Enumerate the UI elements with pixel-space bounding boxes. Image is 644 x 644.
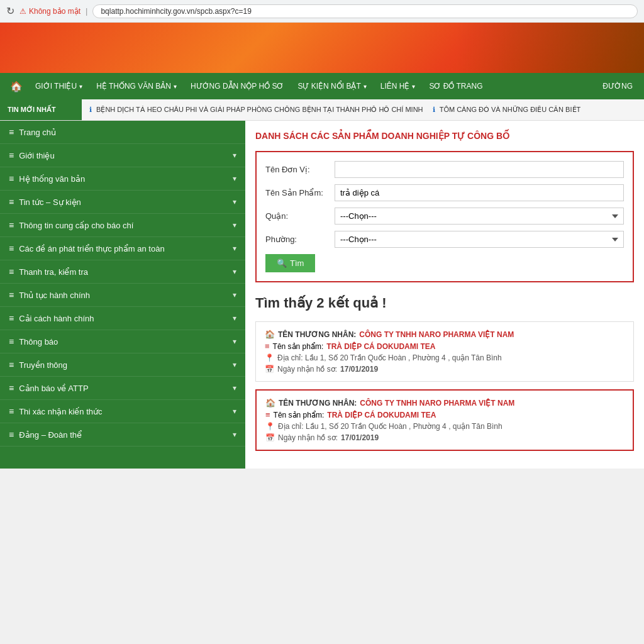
sidebar-label: Tin tức – Sự kiện <box>19 197 81 207</box>
don-vi-input[interactable] <box>335 161 624 178</box>
sidebar-item-thi-kien-thuc[interactable]: ≡ Thi xác nhận kiến thức ▾ <box>0 400 245 423</box>
product-name-1: TRÀ DIỆP CÁ DOKUDAMI TEA <box>326 342 435 351</box>
chevron-right-icon: ▾ <box>233 314 236 323</box>
house-icon-2: 🏠 <box>265 398 275 408</box>
nav-item-su-kien[interactable]: SỰ KIỆN NỔI BẬT ▾ <box>291 78 372 94</box>
san-pham-input[interactable] <box>335 184 624 201</box>
sidebar: ≡ Trang chủ ≡ Giới thiệu ▾ ≡ Hệ thống vă… <box>0 121 245 469</box>
sidebar-label: Hệ thống văn bản <box>19 174 85 184</box>
nav-label: GIỚI THIỆU <box>35 82 77 91</box>
sidebar-item-trang-chu[interactable]: ≡ Trang chủ <box>0 121 245 144</box>
list-icon: ≡ <box>9 406 14 416</box>
nav-item-so-do-trang[interactable]: SƠ ĐỒ TRANG <box>423 78 489 94</box>
sidebar-label: Trang chủ <box>19 128 56 137</box>
search-form: Tên Đơn Vị: Tên Sản Phẩm: Quận: ---Chọn-… <box>255 151 634 282</box>
address-text-1: Địa chỉ: Lầu 1, Số 20 Trần Quốc Hoàn , P… <box>277 353 502 362</box>
chevron-right-icon: ▾ <box>233 151 236 160</box>
security-warning: ⚠ Không bảo mật <box>19 7 80 16</box>
label-don-vi: Tên Đơn Vị: <box>265 165 335 174</box>
sidebar-label: Cải cách hành chính <box>19 314 94 323</box>
form-row-san-pham: Tên Sản Phẩm: <box>265 184 624 201</box>
sidebar-item-thong-bao[interactable]: ≡ Thông báo ▾ <box>0 330 245 353</box>
chevron-right-icon: ▾ <box>233 197 236 206</box>
nav-right-item[interactable]: ĐƯỜNG <box>596 78 639 94</box>
sidebar-label: Thông báo <box>19 337 58 347</box>
sidebar-item-canh-bao[interactable]: ≡ Cảnh báo về ATTP ▾ <box>0 377 245 400</box>
chevron-down-icon: ▾ <box>364 83 367 90</box>
sidebar-item-dang-doan[interactable]: ≡ Đảng – Đoàn thể ▾ <box>0 423 245 447</box>
address-text-2: Địa chỉ: Lầu 1, Số 20 Trần Quốc Hoàn , P… <box>278 422 502 431</box>
page-wrapper: 🏠 GIỚI THIỆU ▾ HỆ THỐNG VĂN BẢN ▾ HƯỚNG … <box>0 23 644 469</box>
list-icon: ≡ <box>9 290 14 300</box>
list-icon: ≡ <box>9 430 14 440</box>
nav-label: HƯỚNG DẪN NỘP HỒ SƠ <box>191 82 284 91</box>
search-button-label: Tìm <box>290 258 304 268</box>
search-icon: 🔍 <box>277 258 287 268</box>
sidebar-item-de-an[interactable]: ≡ Các đề án phát triển thực phẩm an toàn… <box>0 237 245 260</box>
nav-label: LIÊN HỆ <box>380 82 410 91</box>
result-card-1: 🏠 TÊN THƯƠNG NHÂN: CÔNG TY TNHH NARO PHA… <box>255 321 634 382</box>
ticker-label: TIN MỚI NHẤT <box>0 99 82 120</box>
page-title[interactable]: DANH SÁCH CÁC SẢN PHẨM DOANH NGHIỆP TỰ C… <box>255 131 634 141</box>
sidebar-label: Thanh tra, kiểm tra <box>19 267 88 277</box>
list-icon: ≡ <box>9 360 14 370</box>
sidebar-item-truyen-thong[interactable]: ≡ Truyền thông ▾ <box>0 353 245 377</box>
chevron-right-icon: ▾ <box>233 384 236 392</box>
sidebar-item-thu-tuc[interactable]: ≡ Thủ tục hành chính ▾ <box>0 284 245 307</box>
chevron-right-icon: ▾ <box>233 267 236 276</box>
list-icon: ≡ <box>9 243 14 253</box>
label-quan: Quận: <box>265 211 335 221</box>
sidebar-item-he-thong-van-ban[interactable]: ≡ Hệ thống văn bản ▾ <box>0 167 245 191</box>
sidebar-item-cai-cach[interactable]: ≡ Cải cách hành chính ▾ <box>0 307 245 330</box>
nav-item-lien-he[interactable]: LIÊN HỆ ▾ <box>374 78 422 94</box>
chevron-right-icon: ▾ <box>233 360 236 369</box>
label-phuong: Phường: <box>265 235 335 244</box>
result-address-1: 📍 Địa chỉ: Lầu 1, Số 20 Trần Quốc Hoàn ,… <box>265 353 625 362</box>
list-icon: ≡ <box>9 197 14 207</box>
product-name-2: TRÀ DIỆP CÁ DOKUDAMI TEA <box>327 411 436 419</box>
nav-label: SƠ ĐỒ TRANG <box>429 82 482 91</box>
main-layout: ≡ Trang chủ ≡ Giới thiệu ▾ ≡ Hệ thống vă… <box>0 121 644 469</box>
address-bar[interactable]: bqlattp.hochiminhcity.gov.vn/spcb.aspx?c… <box>92 4 638 18</box>
company-name-2: CÔNG TY TNHH NARO PHARMA VIỆT NAM <box>360 399 514 408</box>
chevron-down-icon: ▾ <box>79 83 82 90</box>
sidebar-item-thanh-tra[interactable]: ≡ Thanh tra, kiểm tra ▾ <box>0 260 245 284</box>
nav-item-he-thong-van-ban[interactable]: HỆ THỐNG VĂN BẢN ▾ <box>90 78 183 94</box>
phuong-select[interactable]: ---Chọn--- <box>335 231 624 248</box>
chevron-down-icon: ▾ <box>412 83 415 90</box>
search-button[interactable]: 🔍 Tìm <box>265 254 315 272</box>
main-nav: 🏠 GIỚI THIỆU ▾ HỆ THỐNG VĂN BẢN ▾ HƯỚNG … <box>0 73 644 99</box>
list-icon: ≡ <box>9 127 14 137</box>
label-san-pham: Tên Sản Phẩm: <box>265 188 335 197</box>
sidebar-label: Thi xác nhận kiến thức <box>19 407 102 416</box>
info-icon-2: ℹ <box>433 106 435 113</box>
list-icon: ≡ <box>9 150 14 160</box>
sidebar-item-thong-tin-bao-chi[interactable]: ≡ Thông tin cung cấp cho báo chí ▾ <box>0 214 245 237</box>
browser-chrome: ↻ ⚠ Không bảo mật | bqlattp.hochiminhcit… <box>0 0 644 23</box>
chevron-down-icon: ▾ <box>174 83 177 90</box>
chevron-right-icon: ▾ <box>233 174 236 183</box>
list-icon-2: ≡ <box>265 410 270 419</box>
date-value-1: 17/01/2019 <box>340 365 378 374</box>
ticker-item-2: TÔM CÀNG ĐỎ VÀ NHỮNG ĐIỀU CẦN BIẾT <box>440 106 581 113</box>
nav-home-button[interactable]: 🏠 <box>5 75 28 97</box>
sidebar-item-gioi-thieu[interactable]: ≡ Giới thiệu ▾ <box>0 144 245 167</box>
sidebar-label: Thông tin cung cấp cho báo chí <box>19 221 133 230</box>
reload-button[interactable]: ↻ <box>6 5 14 17</box>
result-address-2: 📍 Địa chỉ: Lầu 1, Số 20 Trần Quốc Hoàn ,… <box>265 422 624 431</box>
nav-item-huong-dan[interactable]: HƯỚNG DẪN NỘP HỒ SƠ <box>184 78 290 94</box>
pin-icon: 📍 <box>265 353 274 362</box>
ticker-content: ℹ BỆNH DỊCH TẢ HEO CHÂU PHI VÀ GIẢI PHÁP… <box>82 106 644 114</box>
list-icon: ≡ <box>9 313 14 323</box>
product-label-2: Tên sản phẩm: <box>274 411 325 419</box>
list-icon: ≡ <box>265 341 270 351</box>
sidebar-label: Các đề án phát triển thực phẩm an toàn <box>19 244 164 253</box>
sidebar-item-tin-tuc[interactable]: ≡ Tin tức – Sự kiện ▾ <box>0 191 245 214</box>
nav-item-gioi-thieu[interactable]: GIỚI THIỆU ▾ <box>29 78 89 94</box>
chevron-right-icon: ▾ <box>233 244 236 253</box>
content-area: DANH SÁCH CÁC SẢN PHẨM DOANH NGHIỆP TỰ C… <box>245 121 644 469</box>
quan-select[interactable]: ---Chọn--- <box>335 208 624 225</box>
house-icon: 🏠 <box>265 330 275 339</box>
chevron-right-icon: ▾ <box>233 291 236 299</box>
ticker-item-1: BỆNH DỊCH TẢ HEO CHÂU PHI VÀ GIẢI PHÁP P… <box>96 106 423 113</box>
